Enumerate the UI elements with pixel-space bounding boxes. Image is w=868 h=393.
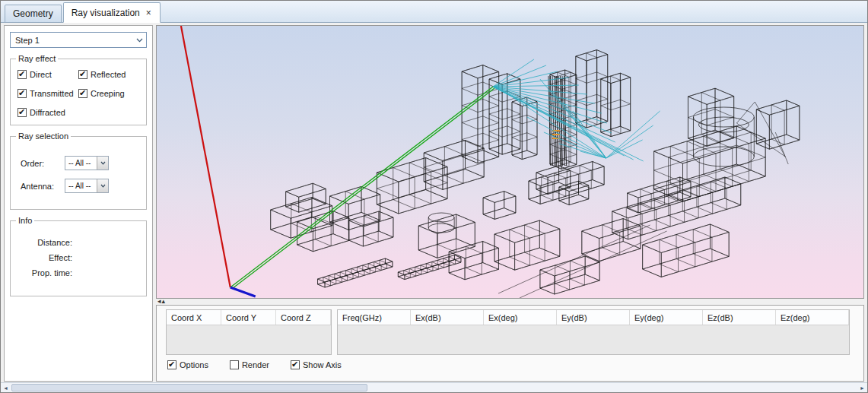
field-table-header: Freq(GHz) Ex(dB) Ex(deg) Ey(dB) Ey(deg) … <box>338 310 849 325</box>
toggle-render-label: Render <box>242 360 269 369</box>
checkbox-box-icon <box>17 89 27 98</box>
checkbox-transmitted-label: Transmitted <box>30 89 74 98</box>
checkbox-box-icon <box>291 360 300 369</box>
checkbox-direct[interactable]: Direct <box>17 70 78 79</box>
column-header-ey-db[interactable]: Ey(dB) <box>557 310 630 325</box>
toggle-options-label: Options <box>180 360 208 369</box>
coord-table-header: Coord X Coord Y Coord Z <box>167 310 331 325</box>
info-prop-time-value <box>72 268 139 277</box>
column-header-ez-deg[interactable]: Ez(deg) <box>776 310 849 325</box>
column-header-ex-db[interactable]: Ex(dB) <box>411 310 484 325</box>
info-prop-time-label: Prop. time: <box>17 268 72 277</box>
info-distance-label: Distance: <box>17 238 72 247</box>
checkbox-direct-label: Direct <box>30 70 52 79</box>
wireframe-geometry <box>271 50 800 298</box>
toggle-options[interactable]: Options <box>167 360 208 369</box>
ray-effect-title: Ray effect <box>16 54 58 63</box>
antenna-select[interactable]: -- All -- <box>65 179 109 193</box>
ray-selection-group: Ray selection Order: -- All -- Antenna: … <box>10 136 147 210</box>
splitter[interactable]: ◂▴ <box>156 299 864 305</box>
column-header-coord-x[interactable]: Coord X <box>167 310 221 325</box>
info-effect-value <box>72 253 139 262</box>
horizontal-scrollbar[interactable]: ◄ ► <box>1 382 867 392</box>
info-title: Info <box>16 216 34 225</box>
field-table[interactable]: Freq(GHz) Ex(dB) Ex(deg) Ey(dB) Ey(deg) … <box>337 309 850 355</box>
checkbox-transmitted[interactable]: Transmitted <box>17 89 78 98</box>
checkbox-box-icon <box>167 360 176 369</box>
order-select-value: -- All -- <box>65 159 97 167</box>
step-select-value: Step 1 <box>15 36 132 45</box>
splitter-collapse-icon[interactable]: ◂▴ <box>157 297 166 305</box>
toggle-show-axis-label: Show Axis <box>303 360 342 369</box>
tab-geometry-label: Geometry <box>13 8 53 19</box>
info-distance-value <box>72 238 139 247</box>
checkbox-diffracted-label: Diffracted <box>30 108 65 117</box>
scrollbar-thumb[interactable] <box>11 384 367 391</box>
checkbox-reflected-label: Reflected <box>91 70 126 79</box>
app-window: Geometry Ray visualization × Step 1 Ray … <box>0 0 868 393</box>
ray-selection-title: Ray selection <box>16 132 71 141</box>
3d-scene <box>157 26 863 298</box>
chevron-down-icon <box>132 38 146 43</box>
chevron-down-icon <box>97 157 108 170</box>
column-header-ez-db[interactable]: Ez(dB) <box>703 310 776 325</box>
viewport-3d[interactable] <box>156 25 864 299</box>
coord-table[interactable]: Coord X Coord Y Coord Z <box>166 309 332 355</box>
column-header-freq[interactable]: Freq(GHz) <box>338 310 411 325</box>
toggle-render[interactable]: Render <box>230 360 269 369</box>
tab-ray-visualization-label: Ray visualization <box>72 8 140 18</box>
ray-effect-group: Ray effect Direct Reflected Transmitted <box>10 59 147 125</box>
checkbox-box-icon <box>230 360 239 369</box>
scroll-right-icon[interactable]: ► <box>857 383 867 392</box>
column-header-ex-deg[interactable]: Ex(deg) <box>484 310 557 325</box>
coord-table-body <box>167 325 331 354</box>
checkbox-box-icon <box>17 70 27 79</box>
order-label: Order: <box>21 159 65 168</box>
checkbox-diffracted[interactable]: Diffracted <box>17 108 78 117</box>
chevron-down-icon <box>97 179 108 192</box>
antenna-label: Antenna: <box>21 182 65 191</box>
scroll-left-icon[interactable]: ◄ <box>1 383 11 392</box>
checkbox-reflected[interactable]: Reflected <box>78 70 139 79</box>
sidebar: Step 1 Ray effect Direct Reflected <box>4 25 153 382</box>
column-header-coord-z[interactable]: Coord Z <box>276 310 331 325</box>
step-select[interactable]: Step 1 <box>10 32 147 48</box>
tab-geometry[interactable]: Geometry <box>5 5 62 22</box>
antenna-select-value: -- All -- <box>65 182 97 190</box>
field-table-body <box>338 325 849 354</box>
right-pane: ◂▴ Coord X Coord Y Coord Z Freq(GHz <box>156 25 864 382</box>
tab-ray-visualization[interactable]: Ray visualization × <box>63 2 161 23</box>
checkbox-creeping[interactable]: Creeping <box>78 89 139 98</box>
checkbox-box-icon <box>78 89 87 98</box>
column-header-coord-y[interactable]: Coord Y <box>221 310 276 325</box>
info-group: Info Distance: Effect: Prop. time: <box>10 220 147 296</box>
info-effect-label: Effect: <box>17 253 72 262</box>
checkbox-box-icon <box>17 108 27 117</box>
checkbox-creeping-label: Creeping <box>91 89 125 98</box>
main-area: Step 1 Ray effect Direct Reflected <box>1 23 867 384</box>
checkbox-box-icon <box>78 70 87 79</box>
axes <box>181 26 494 296</box>
toggle-show-axis[interactable]: Show Axis <box>291 360 342 369</box>
results-panel: Coord X Coord Y Coord Z Freq(GHz) Ex(dB)… <box>156 305 864 382</box>
order-select[interactable]: -- All -- <box>65 156 109 170</box>
tab-bar: Geometry Ray visualization × <box>1 1 867 23</box>
close-icon[interactable]: × <box>145 9 152 17</box>
column-header-ey-deg[interactable]: Ey(deg) <box>630 310 703 325</box>
